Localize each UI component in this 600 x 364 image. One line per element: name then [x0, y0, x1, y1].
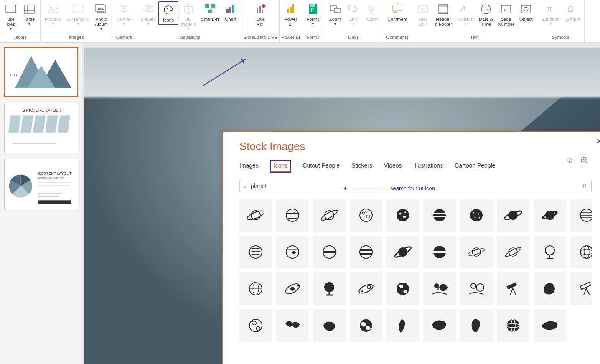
- result-saturn-outline-thin-2[interactable]: [497, 236, 529, 268]
- svg-rect-113: [360, 253, 372, 255]
- ribbon-3d-models[interactable]: 3DModels▾: [178, 1, 198, 33]
- result-planet-band-outline[interactable]: [313, 236, 346, 268]
- ribbon-screenshot[interactable]: Screenshot▾: [64, 1, 92, 28]
- clear-icon[interactable]: ✕: [582, 183, 587, 189]
- result-planet-dots-filled[interactable]: [386, 199, 419, 232]
- result-planet-stripes-outline[interactable]: [276, 199, 309, 232]
- ribbon-text-box[interactable]: ATextBox: [414, 1, 432, 28]
- result-saturn-ring-filled[interactable]: [534, 199, 566, 232]
- ribbon-label: Symbol: [564, 17, 580, 22]
- result-globe-2-filled[interactable]: [497, 309, 529, 342]
- result-planets-scene-filled[interactable]: [423, 272, 456, 305]
- ribbon-chart[interactable]: Chart: [221, 1, 240, 23]
- slide-thumbnail-2[interactable]: 5 PICTURE LAYOUT: [4, 103, 78, 153]
- svg-point-140: [397, 283, 409, 295]
- result-planet-lines-outline[interactable]: [239, 236, 272, 268]
- result-jupiter-outline[interactable]: [570, 199, 592, 232]
- svg-rect-23: [229, 7, 231, 13]
- use-slides-icon: [4, 3, 18, 16]
- result-orbit-ellipse[interactable]: [350, 272, 382, 305]
- result-saturn-filled[interactable]: [497, 199, 529, 232]
- ribbon-smartart[interactable]: SmartArt: [198, 1, 221, 23]
- result-saturn-outline-tilt[interactable]: [313, 199, 346, 232]
- result-globe-stand-outline[interactable]: [534, 236, 566, 268]
- close-icon[interactable]: ✕: [596, 137, 600, 146]
- ribbon-pictures[interactable]: Pictures▾: [42, 1, 64, 28]
- ribbon-group-label: Tables: [13, 34, 27, 41]
- result-earth-filled[interactable]: [386, 272, 419, 305]
- result-antarctica-filled[interactable]: [534, 272, 566, 305]
- result-africa-filled[interactable]: [460, 309, 493, 342]
- forms-icon: F: [306, 3, 320, 16]
- ribbon-group-comments: CommentComments: [383, 0, 412, 42]
- tab-stickers[interactable]: Stickers: [351, 160, 372, 172]
- result-globe-wire-simple[interactable]: [239, 272, 272, 305]
- result-earth-outline[interactable]: [239, 309, 272, 342]
- result-globe-stand-filled[interactable]: [313, 272, 346, 305]
- tab-images[interactable]: Images: [239, 160, 259, 172]
- result-saturn-outline[interactable]: [239, 199, 272, 232]
- result-orbit-outline[interactable]: [276, 272, 309, 305]
- result-south-america-filled[interactable]: [386, 309, 419, 342]
- result-planet-spot-outline[interactable]: [276, 236, 309, 268]
- result-eurasia-filled[interactable]: [534, 309, 566, 342]
- tab-cutout-people[interactable]: Cutout People: [303, 160, 340, 172]
- search-input[interactable]: [251, 183, 582, 189]
- result-earth-filled-2[interactable]: [350, 309, 382, 342]
- result-globe-wire-outline[interactable]: [570, 236, 592, 268]
- ribbon-symbol[interactable]: ΩSymbol: [562, 1, 582, 23]
- tab-illustrations[interactable]: Illustrations: [413, 160, 443, 172]
- svg-point-95: [473, 212, 474, 214]
- ribbon-object[interactable]: Object: [517, 1, 535, 23]
- result-telescope-filled[interactable]: [497, 272, 529, 305]
- ribbon-photo-album[interactable]: PhotoAlbum▾: [92, 1, 110, 33]
- result-planets-scene-outline[interactable]: [460, 272, 493, 305]
- tab-videos[interactable]: Videos: [384, 160, 402, 172]
- ribbon-power-bi[interactable]: PowerBI: [282, 1, 300, 28]
- result-moon-craters-outline[interactable]: [350, 199, 382, 232]
- svg-point-96: [478, 214, 479, 215]
- svg-point-137: [358, 283, 374, 295]
- slide-thumbnail-panel[interactable]: orts 5 PICTURE LAYOUT CONTENT LAYOUT UNT…: [0, 43, 82, 364]
- result-world-map-filled[interactable]: [276, 309, 309, 342]
- tab-cartoon-people[interactable]: Cartoon People: [455, 160, 495, 172]
- result-australia-filled[interactable]: [313, 309, 346, 342]
- result-planet-stripes-filled-h[interactable]: [423, 199, 456, 232]
- result-planet-band-outline-2[interactable]: [350, 236, 382, 268]
- ribbon-slide-number[interactable]: #SlideNumber: [496, 1, 517, 28]
- ribbon-icons[interactable]: Icons: [158, 1, 178, 25]
- search-icon: ⌕: [244, 183, 247, 189]
- ribbon-zoom[interactable]: Zoom▾: [326, 1, 344, 28]
- ribbon-group-label: Text: [470, 34, 478, 41]
- result-saturn-outline-thin[interactable]: [460, 236, 493, 268]
- ribbon-comment[interactable]: Comment: [385, 1, 410, 23]
- smile-icon[interactable]: ☺: [566, 156, 574, 165]
- shapes-icon: [142, 3, 155, 16]
- slide-thumbnail-1[interactable]: orts: [4, 47, 78, 97]
- ribbon-use-slides[interactable]: useides▾: [2, 1, 20, 33]
- ribbon-live-poll[interactable]: LivePoll: [252, 1, 270, 28]
- ribbon-label: Pictures▾: [45, 17, 61, 27]
- tab-icons[interactable]: Icons: [270, 160, 291, 172]
- svg-rect-36: [334, 8, 340, 13]
- ribbon-header-footer[interactable]: Header& Footer: [432, 1, 455, 28]
- svg-point-12: [121, 5, 127, 12]
- ribbon-link[interactable]: Link▾: [344, 1, 363, 28]
- ribbon-label: Zoom▾: [329, 17, 341, 27]
- ribbon-equation[interactable]: πEquation▾: [539, 1, 562, 28]
- ribbon-wordart[interactable]: AWordArt▾: [455, 1, 476, 28]
- result-telescope-outline[interactable]: [570, 272, 592, 305]
- ribbon-forms[interactable]: FForms▾: [304, 1, 322, 28]
- result-saturn-filled-tilt[interactable]: [386, 236, 419, 268]
- slide-thumbnail-3[interactable]: CONTENT LAYOUT UNTERÜBERSCHRIFT: [4, 159, 78, 209]
- result-planet-band-filled[interactable]: [423, 236, 456, 268]
- result-planet-dots-dark[interactable]: [460, 199, 493, 232]
- ribbon-shapes[interactable]: Shapes▾: [138, 1, 158, 28]
- ribbon-table[interactable]: Table▾: [20, 1, 38, 28]
- ribbon-date-time[interactable]: Date &Time: [476, 1, 496, 28]
- ribbon-cameo[interactable]: Cameo▾: [114, 1, 134, 28]
- frown-icon[interactable]: ☹: [580, 156, 588, 165]
- search-field[interactable]: ⌕ ✕ search for the icon: [239, 180, 592, 192]
- result-asia-filled[interactable]: [423, 309, 456, 342]
- ribbon-action[interactable]: Action: [363, 1, 381, 23]
